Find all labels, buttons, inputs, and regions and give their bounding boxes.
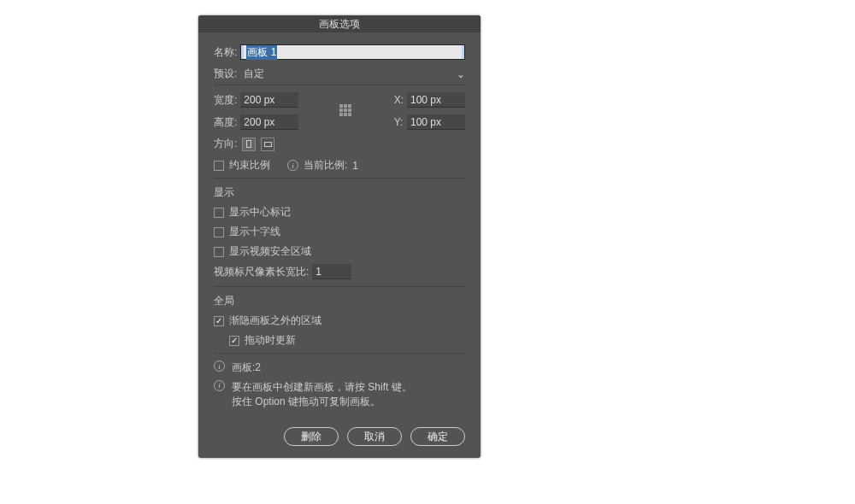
divider [214,353,465,354]
divider [214,286,465,287]
x-label: X: [394,94,404,106]
orientation-label: 方向: [214,137,237,151]
display-section-title: 显示 [214,185,465,200]
cancel-button[interactable]: 取消 [347,427,402,446]
name-label: 名称: [214,45,237,60]
show-crosshairs-label: 显示十字线 [229,225,280,239]
artboards-count-label: 画板: [232,361,255,373]
pixel-aspect-label: 视频标尺像素长宽比: [214,265,309,279]
x-input[interactable] [407,92,465,108]
reference-point-icon[interactable] [339,104,353,118]
divider [214,85,465,85]
constrain-label: 约束比例 [229,158,270,173]
y-input[interactable] [407,114,465,130]
preset-value: 自定 [240,67,453,81]
show-video-safe-checkbox[interactable] [214,247,224,257]
artboard-options-dialog: 画板选项 名称: 画板 1 预设: 自定 ⌄ 宽度: X: [198,15,481,458]
artboards-count-value: 2 [255,361,261,373]
preset-select[interactable]: 预设: 自定 ⌄ [214,67,465,81]
preset-label: 预设: [214,67,237,81]
update-while-dragging-checkbox[interactable] [229,336,239,346]
show-video-safe-label: 显示视频安全区域 [229,244,311,259]
info-icon: i [214,380,225,391]
orientation-portrait-button[interactable] [242,138,256,151]
global-section-title: 全局 [214,294,465,308]
name-input[interactable]: 画板 1 [240,44,465,60]
update-while-dragging-label: 拖动时更新 [245,333,296,348]
info-icon: i [287,160,298,171]
show-center-mark-checkbox[interactable] [214,208,224,218]
width-input[interactable] [240,92,298,108]
chevron-down-icon: ⌄ [457,68,465,80]
info-icon: i [214,360,225,372]
landscape-icon [264,142,272,147]
portrait-icon [246,140,251,148]
fade-outside-checkbox[interactable] [214,316,224,326]
orientation-landscape-button[interactable] [261,138,274,151]
y-label: Y: [394,116,404,128]
divider [214,178,465,179]
show-center-mark-label: 显示中心标记 [229,205,291,220]
constrain-proportions-checkbox[interactable] [214,161,224,171]
ok-button[interactable]: 确定 [410,427,465,446]
show-crosshairs-checkbox[interactable] [214,227,224,237]
pixel-aspect-input[interactable] [312,264,351,279]
height-input[interactable] [240,114,298,130]
help-text-2: 按住 Option 键拖动可复制画板。 [232,396,380,407]
delete-button[interactable]: 删除 [284,427,339,446]
fade-outside-label: 渐隐画板之外的区域 [229,314,321,328]
width-label: 宽度: [214,93,237,108]
current-ratio-label: 当前比例: [304,158,347,173]
height-label: 高度: [214,115,237,130]
name-row: 名称: 画板 1 [214,44,465,60]
dialog-title: 画板选项 [198,15,481,32]
help-text-1: 要在画板中创建新画板，请按 Shift 键。 [232,381,412,393]
current-ratio-value: 1 [352,160,358,172]
